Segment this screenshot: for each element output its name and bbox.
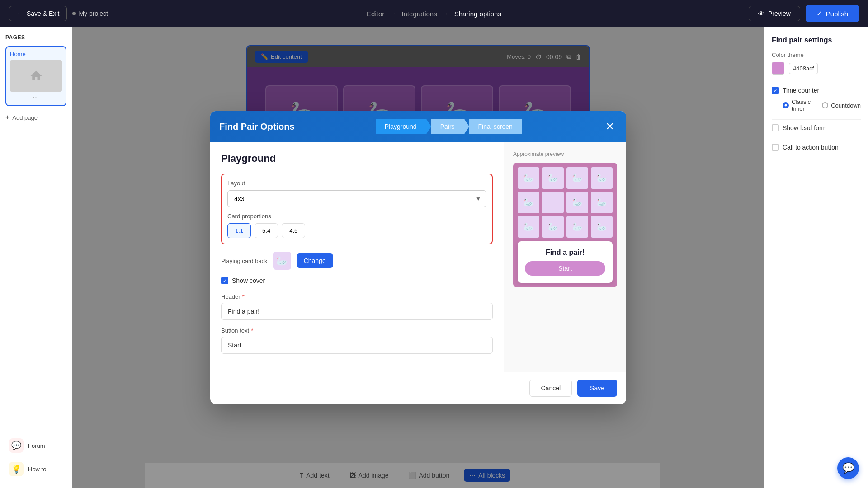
forum-icon: 💬	[9, 438, 24, 453]
preview-button[interactable]: 👁 Preview	[749, 6, 800, 21]
save-button[interactable]: Save	[577, 380, 617, 397]
cancel-button[interactable]: Cancel	[529, 380, 572, 397]
eye-icon: 👁	[758, 10, 764, 17]
show-lead-form-section: Show lead form	[772, 124, 861, 131]
button-text-input[interactable]	[221, 337, 493, 354]
color-hex-value[interactable]: #d08acf	[789, 63, 818, 74]
playing-card-label: Playing card back	[221, 258, 268, 264]
publish-button[interactable]: ✓ Publish	[806, 5, 859, 22]
cta-row: Call to action button	[772, 144, 861, 151]
preview-card-11: 🦢	[566, 216, 588, 238]
header-label: Header *	[221, 293, 493, 300]
chat-widget[interactable]: 💬	[837, 457, 859, 479]
preview-card-12: 🦢	[591, 216, 613, 238]
color-theme-section: Color theme #d08acf	[772, 52, 861, 75]
preview-card-10: 🦢	[542, 216, 564, 238]
modal-right-panel: Approximate preview 🦢 🦢 🦢 🦢 🦢 🦢 🦢	[504, 142, 626, 372]
card-proportions-label: Card proportions	[227, 213, 486, 220]
preview-card-2: 🦢	[542, 167, 564, 189]
sidebar-page-home[interactable]: Home ···	[5, 46, 66, 106]
preview-label: Approximate preview	[513, 151, 617, 157]
proportion-1-1-button[interactable]: 1:1	[227, 223, 251, 238]
show-lead-form-label: Show lead form	[783, 124, 826, 131]
modal-title: Find Pair Options	[219, 122, 295, 132]
cta-checkbox[interactable]	[772, 144, 779, 151]
step-final-screen-button[interactable]: Final screen	[469, 119, 522, 134]
right-settings-panel: Find pair settings Color theme #d08acf T…	[764, 27, 868, 488]
forum-label: Forum	[28, 442, 45, 449]
classic-timer-radio-row: Classic timer	[783, 99, 815, 112]
divider-1	[772, 82, 861, 82]
color-row: #d08acf	[772, 62, 861, 75]
modal-body: Playground Layout 4x3 2x2 3x2 4x4 5x4	[210, 142, 626, 372]
main-layout: Pages Home ··· + Add page 💬 Forum	[0, 27, 868, 488]
modal-left-panel: Playground Layout 4x3 2x2 3x2 4x4 5x4	[210, 142, 504, 372]
card-preview: 🦢	[273, 252, 291, 270]
preview-overlay: Find a pair! Start	[518, 241, 613, 283]
preview-start-button[interactable]: Start	[525, 261, 605, 276]
save-exit-label: Save & Exit	[27, 10, 59, 17]
page-options-dots: ···	[10, 94, 62, 102]
right-panel-title: Find pair settings	[772, 36, 861, 44]
preview-overlay-title: Find a pair!	[525, 249, 605, 257]
nav-left: ← Save & Exit My project	[9, 6, 108, 21]
preview-card-5: 🦢	[518, 192, 539, 213]
modal-header: Find Pair Options Playground Pairs Final…	[210, 111, 626, 142]
step-arrow-2	[464, 118, 469, 135]
header-form-group: Header *	[221, 293, 493, 320]
time-counter-row: Time counter	[772, 87, 861, 94]
divider-3	[772, 139, 861, 139]
save-exit-button[interactable]: ← Save & Exit	[9, 6, 67, 21]
playground-section-title: Playground	[221, 153, 493, 164]
sharing-options-nav-link[interactable]: Sharing options	[454, 10, 501, 18]
color-theme-label: Color theme	[772, 52, 861, 58]
step-pairs-button[interactable]: Pairs	[431, 119, 464, 134]
find-pair-options-modal: Find Pair Options Playground Pairs Final…	[210, 111, 626, 404]
preview-card-6	[542, 192, 564, 213]
home-page-thumbnail	[10, 60, 62, 92]
forum-tool-item[interactable]: 💬 Forum	[5, 434, 66, 457]
check-icon: ✓	[816, 9, 822, 18]
timer-type-radio-group: Classic timer Countdown	[783, 99, 861, 112]
color-swatch[interactable]	[772, 62, 784, 75]
classic-timer-label: Classic timer	[792, 99, 815, 112]
howto-icon: 💡	[9, 462, 24, 476]
cta-section: Call to action button	[772, 144, 861, 151]
change-button[interactable]: Change	[297, 253, 333, 268]
add-page-button[interactable]: + Add page	[5, 112, 66, 123]
layout-select[interactable]: 4x3 2x2 3x2 4x4 5x4 6x5	[227, 190, 486, 207]
editor-nav-link[interactable]: Editor	[367, 10, 384, 18]
show-cover-row: Show cover	[221, 277, 493, 284]
proportion-4-5-button[interactable]: 4:5	[282, 223, 305, 238]
cta-label: Call to action button	[783, 144, 839, 151]
arrow-icon-2: →	[443, 10, 449, 17]
arrow-icon-1: →	[390, 10, 396, 17]
modal-close-button[interactable]: ✕	[603, 119, 617, 134]
preview-card-7: 🦢	[566, 192, 588, 213]
proportion-buttons: 1:1 5:4 4:5	[227, 223, 486, 238]
show-cover-checkbox[interactable]	[221, 277, 228, 284]
show-lead-form-checkbox[interactable]	[772, 124, 779, 131]
preview-card-8: 🦢	[591, 192, 613, 213]
preview-card-9: 🦢	[518, 216, 539, 238]
home-page-label: Home	[10, 51, 62, 57]
pages-sidebar: Pages Home ··· + Add page 💬 Forum	[0, 27, 72, 488]
content-area: ✏️ Edit content Moves: 0 ⏱ 00:09 ⧉ 🗑	[72, 27, 764, 488]
time-counter-checkbox[interactable]	[772, 87, 779, 94]
step-arrow-1	[426, 118, 431, 135]
integrations-nav-link[interactable]: Integrations	[401, 10, 437, 18]
show-cover-label: Show cover	[232, 277, 265, 284]
sidebar-title: Pages	[5, 34, 66, 41]
playing-card-row: Playing card back 🦢 Change	[221, 252, 493, 270]
header-input[interactable]	[221, 303, 493, 320]
modal-overlay: Find Pair Options Playground Pairs Final…	[72, 27, 764, 488]
proportion-5-4-button[interactable]: 5:4	[255, 223, 278, 238]
countdown-radio[interactable]	[822, 102, 828, 108]
classic-timer-radio[interactable]	[783, 102, 789, 108]
howto-tool-item[interactable]: 💡 How to	[5, 457, 66, 481]
modal-steps: Playground Pairs Final screen	[376, 118, 522, 135]
dot-icon	[72, 12, 76, 15]
step-playground-button[interactable]: Playground	[376, 119, 426, 134]
show-lead-form-row: Show lead form	[772, 124, 861, 131]
time-counter-label: Time counter	[783, 87, 819, 94]
